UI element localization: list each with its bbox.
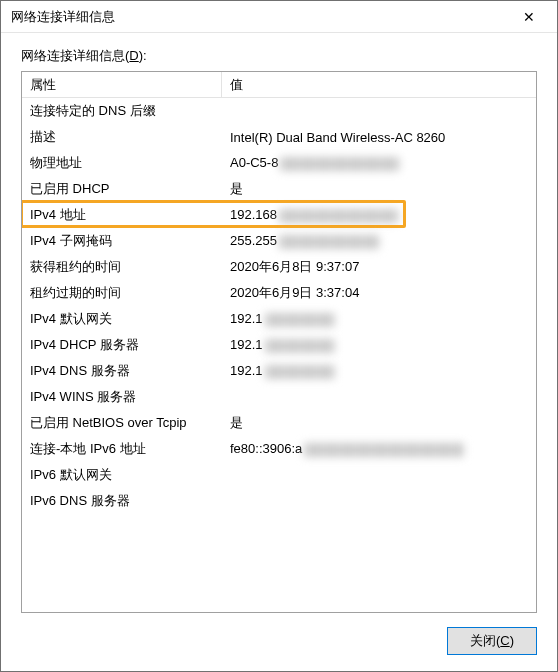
property-cell: 已启用 DHCP (22, 180, 222, 198)
section-label: 网络连接详细信息(D): (21, 47, 537, 65)
value-text: 2020年6月8日 9:37:07 (230, 259, 359, 274)
table-row[interactable]: IPv6 DNS 服务器 (22, 488, 536, 514)
table-header: 属性 值 (22, 72, 536, 98)
header-value[interactable]: 值 (222, 76, 536, 94)
value-cell: 2020年6月8日 9:37:07 (222, 258, 536, 276)
value-cell: 192.1 (222, 363, 536, 379)
value-text: 192.168 (230, 207, 277, 222)
property-cell: IPv4 DHCP 服务器 (22, 336, 222, 354)
property-cell: 连接-本地 IPv6 地址 (22, 440, 222, 458)
section-label-key: D (129, 48, 138, 63)
value-cell: 192.168 (222, 207, 536, 223)
details-listview[interactable]: 属性 值 连接特定的 DNS 后缀描述Intel(R) Dual Band Wi… (21, 71, 537, 613)
value-text: Intel(R) Dual Band Wireless-AC 8260 (230, 130, 445, 145)
close-button-post: ) (510, 633, 514, 648)
property-cell: IPv4 默认网关 (22, 310, 222, 328)
value-text: A0-C5-8 (230, 155, 278, 170)
censored-region (279, 235, 379, 249)
table-row[interactable]: IPv4 地址192.168 (22, 202, 536, 228)
value-text: 是 (230, 181, 243, 196)
property-cell: IPv4 子网掩码 (22, 232, 222, 250)
table-row[interactable]: 获得租约的时间2020年6月8日 9:37:07 (22, 254, 536, 280)
value-cell: 2020年6月9日 3:37:04 (222, 284, 536, 302)
table-row[interactable]: IPv6 默认网关 (22, 462, 536, 488)
property-cell: 描述 (22, 128, 222, 146)
property-cell: 已启用 NetBIOS over Tcpip (22, 414, 222, 432)
table-row[interactable]: IPv4 DHCP 服务器192.1 (22, 332, 536, 358)
table-row[interactable]: IPv4 WINS 服务器 (22, 384, 536, 410)
table-row[interactable]: IPv4 DNS 服务器192.1 (22, 358, 536, 384)
details-table: 属性 值 连接特定的 DNS 后缀描述Intel(R) Dual Band Wi… (22, 72, 536, 514)
value-text: 2020年6月9日 3:37:04 (230, 285, 359, 300)
close-button[interactable]: 关闭(C) (447, 627, 537, 655)
value-text: 192.1 (230, 311, 263, 326)
button-row: 关闭(C) (21, 613, 537, 657)
value-cell: 是 (222, 414, 536, 432)
table-row[interactable]: 已启用 DHCP是 (22, 176, 536, 202)
property-cell: 物理地址 (22, 154, 222, 172)
property-cell: 连接特定的 DNS 后缀 (22, 102, 222, 120)
censored-region (280, 157, 400, 171)
close-button-pre: 关闭( (470, 633, 500, 648)
censored-region (265, 339, 335, 353)
value-text: fe80::3906:a (230, 441, 302, 456)
table-row[interactable]: 连接-本地 IPv6 地址fe80::3906:a (22, 436, 536, 462)
censored-region (279, 209, 399, 223)
value-text: 192.1 (230, 337, 263, 352)
table-row[interactable]: 物理地址A0-C5-8 (22, 150, 536, 176)
value-cell: 192.1 (222, 311, 536, 327)
value-cell: 192.1 (222, 337, 536, 353)
table-row[interactable]: 已启用 NetBIOS over Tcpip是 (22, 410, 536, 436)
property-cell: IPv6 默认网关 (22, 466, 222, 484)
close-icon[interactable]: ✕ (507, 2, 551, 32)
value-cell: 是 (222, 180, 536, 198)
section-label-post: ): (139, 48, 147, 63)
value-cell: 255.255 (222, 233, 536, 249)
property-cell: IPv6 DNS 服务器 (22, 492, 222, 510)
censored-region (265, 365, 335, 379)
property-cell: 租约过期的时间 (22, 284, 222, 302)
value-text: 192.1 (230, 363, 263, 378)
section-label-pre: 网络连接详细信息( (21, 48, 129, 63)
dialog-window: 网络连接详细信息 ✕ 网络连接详细信息(D): 属性 值 连接特定的 DNS 后… (0, 0, 558, 672)
value-text: 是 (230, 415, 243, 430)
table-row[interactable]: 租约过期的时间2020年6月9日 3:37:04 (22, 280, 536, 306)
table-row[interactable]: IPv4 子网掩码255.255 (22, 228, 536, 254)
property-cell: IPv4 DNS 服务器 (22, 362, 222, 380)
window-title: 网络连接详细信息 (11, 8, 507, 26)
property-cell: IPv4 WINS 服务器 (22, 388, 222, 406)
table-row[interactable]: 描述Intel(R) Dual Band Wireless-AC 8260 (22, 124, 536, 150)
value-cell: fe80::3906:a (222, 441, 536, 457)
property-cell: IPv4 地址 (22, 206, 222, 224)
property-cell: 获得租约的时间 (22, 258, 222, 276)
censored-region (304, 443, 464, 457)
table-row[interactable]: 连接特定的 DNS 后缀 (22, 98, 536, 124)
censored-region (265, 313, 335, 327)
table-row[interactable]: IPv4 默认网关192.1 (22, 306, 536, 332)
close-button-key: C (500, 633, 509, 648)
value-cell: Intel(R) Dual Band Wireless-AC 8260 (222, 130, 536, 145)
titlebar: 网络连接详细信息 ✕ (1, 1, 557, 33)
content-area: 网络连接详细信息(D): 属性 值 连接特定的 DNS 后缀描述Intel(R)… (1, 33, 557, 671)
value-cell: A0-C5-8 (222, 155, 536, 171)
value-text: 255.255 (230, 233, 277, 248)
header-property[interactable]: 属性 (22, 72, 222, 97)
